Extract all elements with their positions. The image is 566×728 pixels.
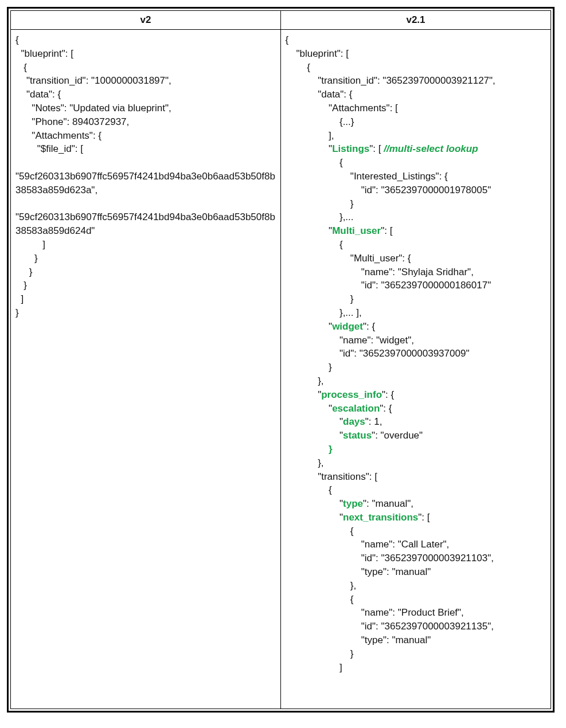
code-text: " bbox=[286, 389, 322, 400]
code-line: "Attachments": [ bbox=[286, 103, 398, 113]
code-text: ": { bbox=[382, 389, 394, 400]
code-line: "transition_id": "3652397000003921127", bbox=[286, 75, 495, 86]
code-line: } bbox=[286, 293, 354, 304]
code-line: "blueprint": [ bbox=[286, 48, 349, 59]
code-text: ": { bbox=[380, 403, 392, 414]
code-text: ": [ bbox=[381, 225, 392, 236]
code-text: ": [ bbox=[418, 512, 430, 523]
highlight-key: days bbox=[343, 416, 365, 427]
code-line: },... bbox=[286, 212, 354, 222]
code-line: "id": "3652397000000186017" bbox=[286, 280, 491, 291]
code-line: "data": { bbox=[15, 89, 61, 100]
code-line: "Notes": "Updated via blueprint", bbox=[15, 103, 171, 113]
code-line: }, bbox=[286, 457, 324, 468]
code-line: "type": "manual" bbox=[286, 566, 431, 577]
code-comment: //multi-select lookup bbox=[384, 143, 478, 154]
code-v21: { "blueprint": [ { "transition_id": "365… bbox=[281, 30, 551, 709]
highlight-key: process_info bbox=[321, 389, 382, 400]
code-line: { bbox=[286, 34, 289, 45]
code-line: }, bbox=[286, 375, 324, 386]
code-text: " bbox=[286, 512, 343, 523]
code-line: { bbox=[15, 34, 19, 45]
code-line: "id": "3652397000001978005" bbox=[286, 185, 491, 195]
code-line: { bbox=[286, 239, 343, 250]
code-text: ": "manual", bbox=[363, 498, 413, 509]
code-line: { bbox=[286, 526, 354, 537]
highlight-key: escalation bbox=[332, 403, 380, 414]
code-line: "transition_id": "1000000031897", bbox=[15, 75, 171, 86]
code-text: ": { bbox=[363, 321, 375, 332]
header-v21: v2.1 bbox=[281, 11, 551, 29]
code-line: "name": "widget", bbox=[286, 335, 414, 346]
code-text: " bbox=[286, 498, 343, 509]
code-line: } bbox=[15, 307, 19, 318]
code-line: "transitions": [ bbox=[286, 471, 377, 482]
code-line: },... ], bbox=[286, 307, 362, 318]
code-line: }, bbox=[286, 580, 357, 591]
header-row: v2 v2.1 bbox=[11, 11, 551, 30]
comparison-inner: v2 v2.1 { "blueprint": [ { "transition_i… bbox=[10, 10, 551, 709]
code-line: "id": "3652397000003921135", bbox=[286, 621, 494, 632]
highlight-key: type bbox=[343, 498, 363, 509]
code-v2: { "blueprint": [ { "transition_id": "100… bbox=[11, 30, 281, 709]
code-text: " bbox=[286, 321, 333, 332]
code-line: ] bbox=[286, 662, 342, 673]
code-line: } bbox=[286, 362, 332, 373]
code-line: "Multi_user": { bbox=[286, 253, 411, 264]
body-row: { "blueprint": [ { "transition_id": "100… bbox=[11, 30, 551, 709]
code-line: { bbox=[15, 62, 27, 73]
code-line: "Attachments": { bbox=[15, 130, 102, 141]
code-text: " bbox=[286, 430, 343, 441]
code-line: } bbox=[286, 198, 354, 209]
code-line: { bbox=[286, 594, 354, 605]
code-line: "$file_id": [ bbox=[15, 143, 83, 154]
code-line: } bbox=[15, 280, 27, 291]
comparison-table: v2 v2.1 { "blueprint": [ { "transition_i… bbox=[7, 7, 555, 713]
code-text: " bbox=[286, 225, 333, 236]
code-line: "name": "Call Later", bbox=[286, 539, 450, 550]
code-line: "data": { bbox=[286, 89, 353, 100]
highlight-key: Listings bbox=[332, 143, 369, 154]
header-v2: v2 bbox=[11, 11, 281, 29]
code-line: "Interested_Listings": { bbox=[286, 171, 448, 182]
code-line: {...} bbox=[286, 116, 354, 127]
code-text: " bbox=[286, 143, 333, 154]
code-line: { bbox=[286, 484, 332, 495]
code-line: } bbox=[15, 267, 32, 277]
code-line: { bbox=[286, 62, 310, 73]
highlight-key: widget bbox=[332, 321, 363, 332]
code-line: ] bbox=[15, 293, 24, 304]
code-text: " bbox=[286, 403, 333, 414]
highlight-key: next_transitions bbox=[343, 512, 418, 523]
code-line: "id": "3652397000003937009" bbox=[286, 348, 470, 359]
highlight-key: status bbox=[343, 430, 372, 441]
code-line: "blueprint": [ bbox=[15, 48, 73, 59]
code-line: "59cf260313b6907ffc56957f4241bd94ba3e0b6… bbox=[15, 171, 275, 195]
highlight-brace: } bbox=[286, 444, 333, 455]
code-line: } bbox=[15, 253, 38, 264]
code-line: "type": "manual" bbox=[286, 635, 431, 645]
code-line: "59cf260313b6907ffc56957f4241bd94ba3e0b6… bbox=[15, 212, 275, 236]
code-line: "id": "3652397000003921103", bbox=[286, 553, 494, 563]
code-line: ], bbox=[286, 130, 334, 141]
highlight-key: Multi_user bbox=[332, 225, 381, 236]
code-line: ] bbox=[15, 239, 45, 250]
code-text: ": "overdue" bbox=[372, 430, 423, 441]
code-line: "name": "Product Brief", bbox=[286, 607, 464, 618]
code-line: "name": "Shylaja Sridhar", bbox=[286, 267, 474, 277]
code-text: ": [ bbox=[369, 143, 384, 154]
code-line: { bbox=[286, 157, 343, 168]
code-line: } bbox=[286, 648, 354, 659]
code-text: ": 1, bbox=[365, 416, 382, 427]
code-line: "Phone": 8940372937, bbox=[15, 116, 129, 127]
code-text: " bbox=[286, 416, 343, 427]
